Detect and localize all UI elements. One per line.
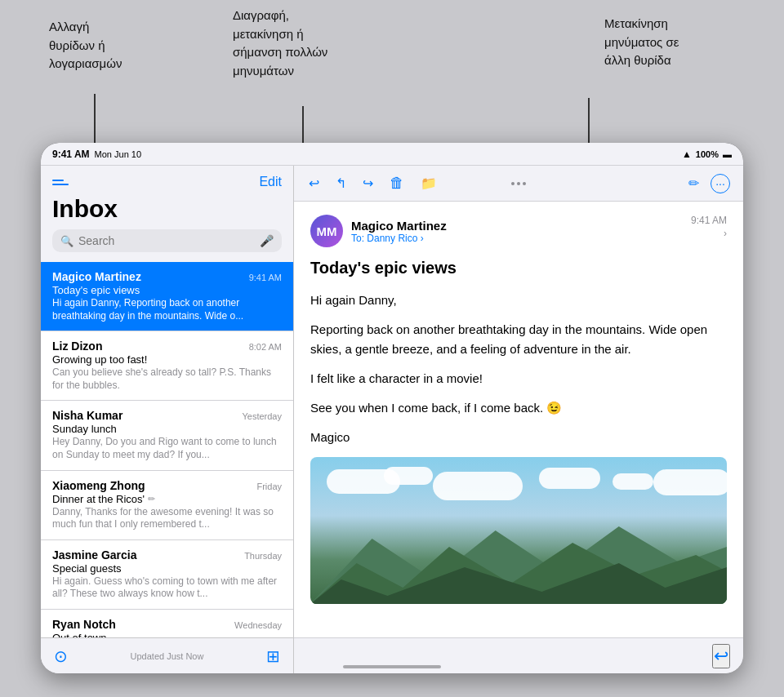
mail-subject: Dinner at the Ricos' ✏ [52, 493, 282, 505]
sender-name: Magico Martinez [351, 219, 447, 233]
battery-icon: ▬ [723, 149, 732, 159]
main-content: Edit Inbox 🔍 🎤 Magico Martinez 9:41 AM [41, 166, 743, 673]
more-button[interactable]: ··· [710, 174, 730, 193]
toolbar-dots [511, 182, 526, 185]
recipient-link[interactable]: Danny Rico [367, 233, 417, 244]
email-content: MM Magico Martinez To: Danny Rico › 9:41… [294, 202, 743, 637]
status-bar: 9:41 AM Mon Jun 10 ▲ 100% ▬ [41, 143, 743, 166]
mail-sender: Nisha Kumar [52, 409, 122, 422]
search-bar[interactable]: 🔍 🎤 [52, 229, 282, 252]
avatar: MM [310, 215, 343, 247]
update-status: Updated Just Now [131, 651, 204, 661]
mail-sender: Liz Dizon [52, 340, 102, 353]
mail-time: 8:02 AM [249, 342, 282, 352]
email-header-row: MM Magico Martinez To: Danny Rico › 9:41… [310, 215, 727, 247]
search-icon: 🔍 [60, 235, 74, 247]
body-paragraph: Reporting back on another breathtaking d… [310, 320, 727, 359]
folder-button[interactable]: 📁 [419, 174, 439, 193]
dot [523, 182, 526, 185]
mail-preview: Hey Danny, Do you and Rigo want to come … [52, 436, 282, 461]
dot [517, 182, 520, 185]
email-toolbar: ↩ ↰ ↪ 🗑 📁 ✏ ··· [294, 166, 743, 202]
annotation-right: Μετακίνηση μηνύματος σε άλλη θυρίδα [604, 15, 755, 70]
mail-item[interactable]: Liz Dizon 8:02 AM Growing up too fast! C… [41, 331, 293, 401]
sender-to: To: Danny Rico › [351, 233, 447, 244]
email-sender-info: MM Magico Martinez To: Danny Rico › [310, 215, 447, 247]
reply-footer-button[interactable]: ↩ [712, 644, 730, 668]
cloud-layer [310, 465, 727, 531]
mail-subject: Out of town [52, 632, 282, 637]
mail-time: Thursday [244, 551, 282, 561]
mail-list-panel: Edit Inbox 🔍 🎤 Magico Martinez 9:41 AM [41, 166, 294, 673]
reply-button[interactable]: ↩ [307, 174, 321, 193]
sidebar-toggle-icon[interactable] [52, 174, 72, 190]
home-indicator [343, 665, 441, 668]
mail-item[interactable]: Magico Martinez 9:41 AM Today's epic vie… [41, 262, 293, 331]
day-display: Mon Jun 10 [95, 149, 141, 159]
forward-button[interactable]: ↪ [361, 174, 375, 193]
email-detail-panel: ↩ ↰ ↪ 🗑 📁 ✏ ··· [294, 166, 743, 673]
trash-button[interactable]: 🗑 [388, 173, 406, 193]
ipad-frame: 9:41 AM Mon Jun 10 ▲ 100% ▬ Edit Inbo [41, 143, 743, 673]
body-paragraph: Hi again Danny, [310, 291, 727, 310]
mail-preview: Hi again. Guess who's coming to town wit… [52, 575, 282, 601]
mail-sender: Xiaomeng Zhong [52, 479, 145, 492]
email-body: Hi again Danny, Reporting back on anothe… [310, 291, 727, 447]
mail-time: Yesterday [242, 411, 282, 421]
mail-subject: Today's epic views [52, 284, 282, 296]
toolbar-left: ↩ ↰ ↪ 🗑 📁 [307, 173, 439, 193]
mail-list-toolbar: Edit [52, 174, 282, 190]
time-display: 9:41 AM [52, 149, 90, 160]
mail-sender: Magico Martinez [52, 270, 141, 283]
annotation-left: Αλλαγή θυρίδων ή λογαριασμών [49, 18, 155, 73]
mail-time: 9:41 AM [249, 273, 282, 282]
toolbar-right: ✏ ··· [687, 174, 730, 193]
mail-subject: Special guests [52, 562, 282, 575]
mail-preview: Danny, Thanks for the awesome evening! I… [52, 506, 282, 531]
mail-item[interactable]: Jasmine Garcia Thursday Special guests H… [41, 540, 293, 610]
email-landscape-image [310, 457, 727, 604]
status-bar-left: 9:41 AM Mon Jun 10 [52, 149, 141, 160]
mic-icon[interactable]: 🎤 [260, 234, 274, 247]
body-paragraph: Magico [310, 428, 727, 447]
mail-subject: Growing up too fast! [52, 353, 282, 366]
battery-display: 100% [696, 149, 719, 159]
mail-sender: Ryan Notch [52, 618, 116, 631]
status-bar-right: ▲ 100% ▬ [682, 149, 732, 160]
body-paragraph: I felt like a character in a movie! [310, 369, 727, 388]
inbox-title: Inbox [52, 195, 282, 223]
mail-items-list: Magico Martinez 9:41 AM Today's epic vie… [41, 262, 293, 637]
body-paragraph: See you when I come back, if I come back… [310, 398, 727, 418]
email-recv-time: 9:41 AM [691, 215, 727, 226]
mail-item[interactable]: Nisha Kumar Yesterday Sunday lunch Hey D… [41, 401, 293, 470]
mail-time: Wednesday [234, 620, 282, 630]
draft-icon: ✏ [148, 494, 155, 504]
filter-icon[interactable]: ⊙ [54, 646, 68, 666]
mailboxes-icon[interactable]: ⊞ [266, 646, 280, 666]
search-input[interactable] [78, 234, 255, 247]
compose-button[interactable]: ✏ [687, 174, 701, 193]
sender-details: Magico Martinez To: Danny Rico › [351, 219, 447, 244]
detail-chevron-icon: › [724, 228, 727, 239]
dot [511, 182, 514, 185]
mail-list-header: Edit Inbox 🔍 🎤 [41, 166, 293, 262]
mail-item[interactable]: Ryan Notch Wednesday Out of town Howdy, … [41, 610, 293, 637]
mail-sender: Jasmine Garcia [52, 548, 137, 562]
mail-preview: Can you believe she's already so tall? P… [52, 366, 282, 392]
mail-item[interactable]: Xiaomeng Zhong Friday Dinner at the Rico… [41, 471, 293, 540]
reply-all-button[interactable]: ↰ [334, 174, 348, 193]
edit-button[interactable]: Edit [259, 175, 282, 189]
mail-list-footer: ⊙ Updated Just Now ⊞ [41, 637, 293, 673]
mountain-svg [310, 522, 727, 604]
email-time-area: 9:41 AM › [691, 215, 727, 239]
mail-time: Friday [256, 482, 282, 491]
mail-preview: Hi again Danny, Reporting back on anothe… [52, 297, 282, 322]
annotation-center: Διαγραφή, μετακίνηση ή σήμανση πολλών μη… [233, 7, 372, 80]
wifi-icon: ▲ [682, 149, 692, 160]
mail-subject: Sunday lunch [52, 423, 282, 435]
email-subject: Today's epic views [310, 259, 727, 277]
